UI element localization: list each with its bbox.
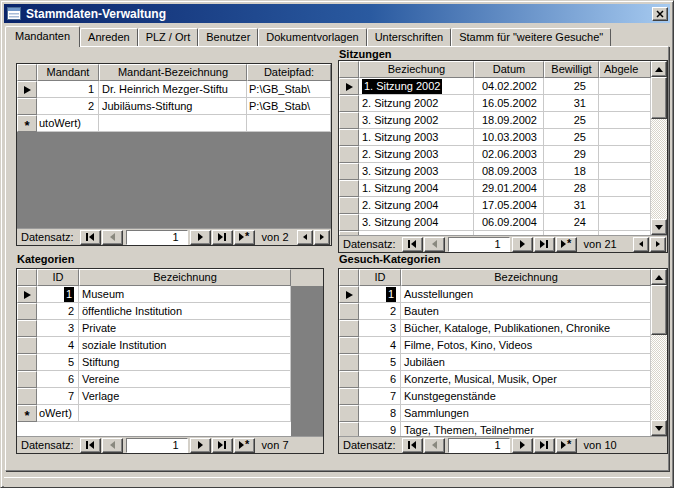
table-cell[interactable]	[599, 180, 651, 197]
column-header[interactable]: ID	[359, 269, 401, 286]
table-cell[interactable]: Filme, Fotos, Kino, Videos	[401, 337, 651, 354]
tab-anreden[interactable]: Anreden	[80, 28, 138, 46]
record-number-input[interactable]	[448, 438, 510, 453]
next-record-button[interactable]	[512, 237, 533, 252]
table-cell[interactable]: 25	[544, 129, 599, 146]
row-selector[interactable]	[339, 146, 359, 163]
scroll-right-button[interactable]	[650, 237, 666, 252]
table-cell[interactable]: 27	[544, 231, 599, 235]
table-cell[interactable]	[599, 95, 651, 112]
column-header[interactable]: Bewilligt	[544, 61, 599, 78]
first-record-button[interactable]	[402, 237, 423, 252]
table-cell[interactable]: 31	[544, 197, 599, 214]
new-record-selector[interactable]: *	[17, 405, 37, 422]
row-selector[interactable]	[339, 405, 359, 422]
last-record-button[interactable]	[534, 438, 555, 453]
last-record-button[interactable]	[212, 438, 233, 453]
table-cell[interactable]	[599, 163, 651, 180]
table-cell[interactable]	[599, 129, 651, 146]
tab-mandanten[interactable]: Mandanten	[5, 26, 80, 47]
row-selector[interactable]	[17, 320, 37, 337]
table-cell[interactable]: 2. Sitzung 2004	[359, 197, 474, 214]
table-cell[interactable]: 9	[359, 422, 401, 436]
table-cell[interactable]: 1	[37, 81, 99, 98]
next-record-button[interactable]	[190, 230, 211, 245]
tab-plz-ort[interactable]: PLZ / Ort	[138, 28, 199, 46]
tab-unterschriften[interactable]: Unterschriften	[367, 28, 451, 46]
table-cell[interactable]: Museum	[79, 286, 291, 303]
close-button[interactable]	[652, 7, 668, 21]
table-cell[interactable]	[247, 115, 331, 132]
scrollbar-track[interactable]	[651, 77, 667, 219]
row-selector[interactable]	[339, 320, 359, 337]
table-cell[interactable]: 06.09.2004	[474, 214, 544, 231]
table-cell[interactable]: 6	[37, 371, 79, 388]
record-number-input[interactable]	[448, 237, 510, 252]
vertical-scrollbar[interactable]	[651, 269, 667, 436]
table-cell[interactable]: 1. Sitzung 2002	[359, 78, 474, 95]
scrollbar-track[interactable]	[651, 285, 667, 420]
previous-record-button[interactable]	[102, 438, 123, 453]
table-cell[interactable]: Bauten	[401, 303, 651, 320]
select-all-corner[interactable]	[17, 269, 37, 286]
table-cell[interactable]	[599, 112, 651, 129]
table-cell[interactable]: 3. Sitzung 2003	[359, 163, 474, 180]
tab-dokumentvorlagen[interactable]: Dokumentvorlagen	[258, 28, 366, 46]
row-selector[interactable]	[17, 371, 37, 388]
table-cell[interactable]: 2	[37, 98, 99, 115]
last-record-button[interactable]	[212, 230, 233, 245]
row-selector[interactable]	[17, 303, 37, 320]
row-selector[interactable]	[339, 231, 359, 235]
tab-benutzer[interactable]: Benutzer	[198, 28, 258, 46]
table-cell[interactable]: P:\GB_Stab\	[247, 81, 331, 98]
last-record-button[interactable]	[534, 237, 555, 252]
previous-record-button[interactable]	[424, 438, 445, 453]
table-cell[interactable]: 16.05.2002	[474, 95, 544, 112]
table-cell[interactable]: 29.01.2004	[474, 180, 544, 197]
row-selector[interactable]	[339, 286, 359, 303]
table-cell[interactable]: öffentliche Institution	[79, 303, 291, 320]
scroll-right-button[interactable]	[314, 230, 330, 245]
table-cell[interactable]: Sammlungen	[401, 405, 651, 422]
table-cell[interactable]: 10.03.2003	[474, 129, 544, 146]
row-selector[interactable]	[339, 388, 359, 405]
table-cell[interactable]: 31	[544, 95, 599, 112]
table-cell[interactable]: P:\GB_Stab\	[247, 98, 331, 115]
new-record-button[interactable]: *	[234, 438, 255, 453]
row-selector[interactable]	[17, 388, 37, 405]
table-cell[interactable]: utoWert)	[37, 115, 99, 132]
row-selector[interactable]	[17, 286, 37, 303]
row-selector[interactable]	[339, 197, 359, 214]
select-all-corner[interactable]	[339, 61, 359, 78]
next-record-button[interactable]	[512, 438, 533, 453]
table-cell[interactable]	[599, 78, 651, 95]
new-record-button[interactable]: *	[556, 438, 577, 453]
table-cell[interactable]: Vereine	[79, 371, 291, 388]
scroll-left-button[interactable]	[633, 237, 649, 252]
column-header[interactable]: Mandant	[37, 64, 99, 81]
table-cell[interactable]: Kunstgegenstände	[401, 388, 651, 405]
table-cell[interactable]: 3	[37, 320, 79, 337]
table-cell[interactable]: Private	[79, 320, 291, 337]
scroll-up-button[interactable]	[651, 61, 667, 77]
column-header[interactable]: Abgele	[599, 61, 651, 78]
new-record-button[interactable]: *	[556, 237, 577, 252]
column-header[interactable]: Dateipfad:	[247, 64, 331, 81]
row-selector[interactable]	[17, 337, 37, 354]
scrollbar-thumb[interactable]	[651, 285, 667, 335]
table-cell[interactable]: 1	[37, 286, 79, 303]
first-record-button[interactable]	[402, 438, 423, 453]
table-cell[interactable]: 1. Sitzung 2005	[359, 231, 474, 235]
scroll-down-button[interactable]	[651, 420, 667, 436]
table-cell[interactable]: Jubiläen	[401, 354, 651, 371]
row-selector[interactable]	[17, 354, 37, 371]
vertical-scrollbar[interactable]	[651, 61, 667, 235]
table-cell[interactable]: Stiftung	[79, 354, 291, 371]
table-cell[interactable]: 17.05.2004	[474, 197, 544, 214]
row-selector[interactable]	[339, 214, 359, 231]
table-cell[interactable]: oWert)	[37, 405, 79, 422]
row-selector[interactable]	[339, 95, 359, 112]
table-cell[interactable]: 1. Sitzung 2003	[359, 129, 474, 146]
table-cell[interactable]: 04.02.2002	[474, 78, 544, 95]
scroll-up-button[interactable]	[651, 269, 667, 285]
